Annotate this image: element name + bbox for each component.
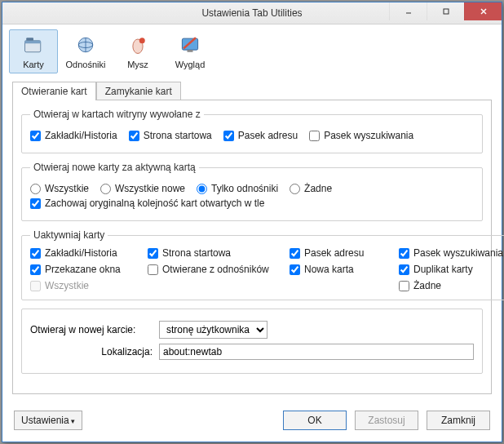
group-open-sites: Otwieraj w kartach witryny wywołane z Za… — [21, 109, 483, 153]
window-controls — [389, 2, 502, 20]
toolbar-mouse-label: Mysz — [127, 60, 148, 69]
svg-rect-5 — [25, 41, 41, 44]
tab-opening[interactable]: Otwieranie kart — [12, 82, 96, 100]
svg-point-11 — [139, 38, 145, 43]
svg-rect-1 — [444, 9, 449, 14]
group-newtab-page: Otwieraj w nowej karcie: stronę użytkown… — [21, 309, 483, 374]
ok-button[interactable]: OK — [283, 411, 347, 430]
toolbar-appearance-button[interactable]: Wygląd — [166, 29, 214, 73]
toolbar-tabs-label: Karty — [23, 60, 44, 69]
input-location[interactable] — [159, 344, 474, 360]
group-open-sites-legend: Otwieraj w kartach witryny wywołane z — [30, 109, 204, 120]
toolbar-tabs-button[interactable]: Karty — [9, 29, 58, 73]
settings-window: Ustawienia Tab Utilities Karty Odnośniki… — [2, 2, 502, 442]
close-button[interactable] — [464, 2, 502, 20]
lbl-open-in-newtab: Otwieraj w nowej karcie: — [30, 324, 153, 335]
chk-act-newtab[interactable]: Nowa karta — [290, 264, 387, 275]
rad-none[interactable]: Żadne — [290, 183, 332, 194]
tab-closing[interactable]: Zamykanie kart — [96, 82, 181, 100]
chk-searchbar[interactable]: Pasek wyszukiwania — [309, 130, 413, 141]
chk-act-duplicate[interactable]: Duplikat karty — [399, 264, 504, 275]
settings-menu-button[interactable]: Ustawienia — [14, 411, 82, 430]
group-activate-tabs: Uaktywniaj karty Zakładki/Historia Stron… — [21, 229, 504, 300]
chk-act-diverted[interactable]: Przekazane okna — [30, 264, 136, 275]
toolbar: Karty Odnośniki Mysz Wygląd — [2, 24, 502, 77]
rad-links-only[interactable]: Tylko odnośniki — [197, 183, 278, 194]
toolbar-mouse-button[interactable]: Mysz — [113, 29, 162, 73]
titlebar: Ustawienia Tab Utilities — [2, 2, 502, 24]
tab-bar: Otwieranie kart Zamykanie kart — [2, 77, 502, 100]
select-newtab-page[interactable]: stronę użytkownika — [159, 321, 267, 339]
opening-panel: Otwieraj w kartach witryny wywołane z Za… — [12, 100, 492, 394]
toolbar-links-button[interactable]: Odnośniki — [61, 29, 110, 73]
toolbar-appearance-label: Wygląd — [175, 60, 206, 69]
apply-button[interactable]: Zastosuj — [355, 411, 418, 430]
chk-act-fromlinks[interactable]: Otwierane z odnośników — [148, 264, 278, 275]
toolbar-links-label: Odnośniki — [66, 60, 106, 69]
svg-rect-13 — [188, 50, 193, 52]
minimize-button[interactable] — [389, 2, 427, 20]
chk-act-bookmarks[interactable]: Zakładki/Historia — [30, 247, 136, 259]
chk-act-homepage[interactable]: Strona startowa — [148, 247, 278, 259]
chk-act-urlbar[interactable]: Pasek adresu — [290, 247, 387, 259]
group-open-after-active-legend: Otwieraj nowe karty za aktywną kartą — [30, 162, 199, 173]
dialog-footer: Ustawienia OK Zastosuj Zamknij — [2, 402, 502, 442]
close-dialog-button[interactable]: Zamknij — [427, 411, 490, 430]
chk-preserve-order[interactable]: Zachowaj oryginalną kolejność kart otwar… — [30, 198, 264, 209]
chk-act-searchbar[interactable]: Pasek wyszukiwania — [399, 247, 504, 259]
chk-urlbar[interactable]: Pasek adresu — [223, 130, 298, 141]
maximize-button[interactable] — [427, 2, 464, 20]
group-activate-tabs-legend: Uaktywniaj karty — [30, 229, 108, 241]
rad-all-new[interactable]: Wszystkie nowe — [100, 183, 185, 194]
chk-act-none[interactable]: Żadne — [399, 280, 504, 291]
lbl-location: Lokalizacja: — [30, 346, 153, 357]
svg-rect-6 — [26, 38, 33, 41]
rad-all[interactable]: Wszystkie — [30, 183, 89, 194]
chk-bookmarks-history[interactable]: Zakładki/Historia — [30, 130, 117, 141]
group-open-after-active: Otwieraj nowe karty za aktywną kartą Wsz… — [21, 162, 483, 221]
chk-act-all: Wszystkie — [30, 280, 136, 291]
chk-homepage[interactable]: Strona startowa — [129, 130, 212, 141]
